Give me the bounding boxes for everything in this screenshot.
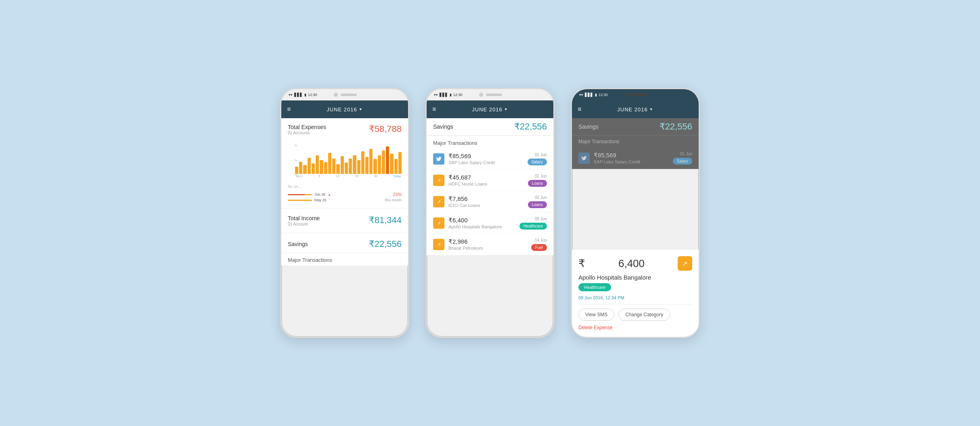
detail-amount-row: ₹6,400 ↗ [578,256,692,271]
bg-major-tx-label: Major Transactions [572,136,699,148]
tx-right-4: 09 Jun Healthcare [519,217,547,230]
app-header-3: ≡ JUNE 2016 ▼ [572,100,699,118]
menu-icon-2[interactable]: ≡ [432,106,436,113]
dropdown-arrow-2[interactable]: ▼ [504,107,508,111]
speaker-1 [341,94,357,96]
tx-date-5: 14 Jun [535,238,547,242]
chart-bar [324,162,327,174]
bg-savings-section: Savings ₹22,556 [572,118,699,136]
chart-bar [390,154,393,174]
total-expenses-amount: ₹58,788 [369,124,402,134]
phone-content-2: Savings ₹22,556 Major Transactions ₹85,5… [427,118,553,255]
tx-icon-arrow-5: ↗ [433,239,444,250]
chart-bar [349,159,352,174]
wifi-icon-3: ▾▾ [579,93,583,97]
chart-bar [369,149,373,174]
detail-card: ₹6,400 ↗ Apollo Hospitals Bangalore Heal… [572,250,699,337]
time-2: 12:30 [453,93,463,97]
tx-right-5: 14 Jun Fuel [531,238,547,251]
tx-badge-2: Loans [528,180,547,187]
chart-bar [373,159,377,174]
savings-section-2: Savings ₹22,556 [427,118,553,136]
tx-icon-arrow-4: ↗ [433,217,444,229]
tx-amount-4: ₹6,400 [448,217,515,224]
transaction-item-5[interactable]: ↗ ₹2,986 Bharat Petroleum 14 Jun Fuel [427,234,553,255]
chart-bar [332,159,335,174]
total-income-amount: ₹81,344 [369,215,402,226]
trend-section: Jun 26 ▲ 23% May 26 this month [281,190,408,206]
bg-savings-amount: ₹22,556 [660,121,692,132]
bg-tx-badge: Salary [673,158,692,165]
dropdown-arrow-3[interactable]: ▼ [649,107,653,111]
tx-amount-2: ₹45,687 [448,174,524,181]
menu-icon-3[interactable]: ≡ [578,106,581,113]
speaker-2 [486,94,502,96]
chart-bar [328,153,331,174]
tx-name-4: Apollo Hospitals Bangalore [448,224,515,229]
detail-date: 09 Jun 2016, 12:34 PM [578,295,692,300]
tx-date-2: 02 Jun [535,174,547,178]
major-transactions-label-2: Major Transactions [427,136,553,148]
transaction-item-1[interactable]: ₹85,569 SAP Labs Salary Credit 01 Jun Sa… [427,148,553,170]
status-bar-3: ▾▾ ▋▋▋ ▮ 12:30 [579,93,609,97]
may-trend-line [288,200,312,201]
chart-bar [353,155,356,174]
expense-chart: 3k2k1k [281,139,408,184]
rupee-symbol: ₹ [369,124,375,134]
transaction-item-2[interactable]: ↗ ₹45,687 HDFC Home Loans 02 Jun Loans [427,170,553,191]
speaker-3 [631,94,647,96]
header-title-3: JUNE 2016 ▼ [617,106,653,113]
x-axis-labels: Jun 15101520Today [295,175,402,178]
wifi-icon: ▾▾ [289,93,293,97]
chart-bar [394,159,398,174]
phone-top-bar-1: ▾▾ ▋▋▋ ▮ 12:30 [281,89,408,100]
tx-date-3: 02 Jun [535,195,547,200]
tx-name-2: HDFC Home Loans [448,182,524,186]
battery-icon-2: ▮ [450,93,452,97]
total-expenses-label: Total Expenses [288,124,326,130]
time-3: 12:30 [599,93,608,97]
dropdown-arrow-1[interactable]: ▼ [359,107,363,111]
chart-bar-today [386,146,389,174]
tx-badge-1: Salary [528,159,547,165]
tx-date-1: 01 Jun [535,152,547,157]
savings-section: Savings ₹22,556 [281,236,408,253]
tx-icon-arrow-3: ↗ [433,196,444,207]
camera-3 [624,93,628,97]
app-header-1: ≡ JUNE 2016 ▼ [281,100,408,118]
status-bar-1: ▾▾ ▋▋▋ ▮ 12:30 [289,93,319,97]
tx-icon-arrow-2: ↗ [433,175,444,186]
accounts-sublabel: 02 Accounts [288,131,326,135]
detail-currency: ₹ [578,257,585,270]
transaction-item-4[interactable]: ↗ ₹6,400 Apollo Hospitals Bangalore 09 J… [427,213,553,234]
bg-transaction-item: ₹85,569 SAP Labs Salary Credit 01 Jun Sa… [572,148,699,169]
phone-top-bar-2: ▾▾ ▋▋▋ ▮ 12:30 [427,89,553,100]
tx-icon-twitter-1 [433,153,444,165]
change-category-button[interactable]: Change Category [618,309,670,321]
total-income-label: Total Income [288,215,320,221]
detail-category-badge: Healthcare [578,283,611,291]
delete-expense-link[interactable]: Delete Expense [578,325,692,330]
chart-bar [378,155,381,174]
tx-name-5: Bharat Petroleum [448,246,527,251]
total-income-section: Total Income 01 Account ₹81,344 [281,211,408,230]
detail-merchant-name: Apollo Hospitals Bangalore [578,274,692,281]
tx-content-3: ₹7,856 ICICI Car Loans [448,195,524,208]
tx-right-2: 02 Jun Loans [528,174,547,187]
view-sms-button[interactable]: View SMS [578,309,614,321]
phone-top-bar-3: ▾▾ ▋▋▋ ▮ 12:30 [572,89,699,100]
signal-icon-2: ▋▋▋ [440,93,448,97]
menu-icon-1[interactable]: ≡ [287,106,291,113]
tx-badge-3: Loans [528,201,547,208]
phone-content-1: Total Expenses 02 Accounts ₹58,788 3k2k1… [281,118,408,265]
bg-savings-label: Savings [578,123,599,130]
total-expenses-section: Total Expenses 02 Accounts ₹58,788 [281,118,408,139]
time-1: 12:30 [308,93,317,97]
chart-bar [345,163,348,174]
chart-bar [336,164,339,174]
tx-badge-5: Fuel [531,244,547,251]
tx-amount-3: ₹7,856 [448,195,524,203]
chart-bar [295,167,298,174]
transaction-item-3[interactable]: ↗ ₹7,856 ICICI Car Loans 02 Jun Loans [427,191,553,213]
chart-bar [357,160,360,174]
